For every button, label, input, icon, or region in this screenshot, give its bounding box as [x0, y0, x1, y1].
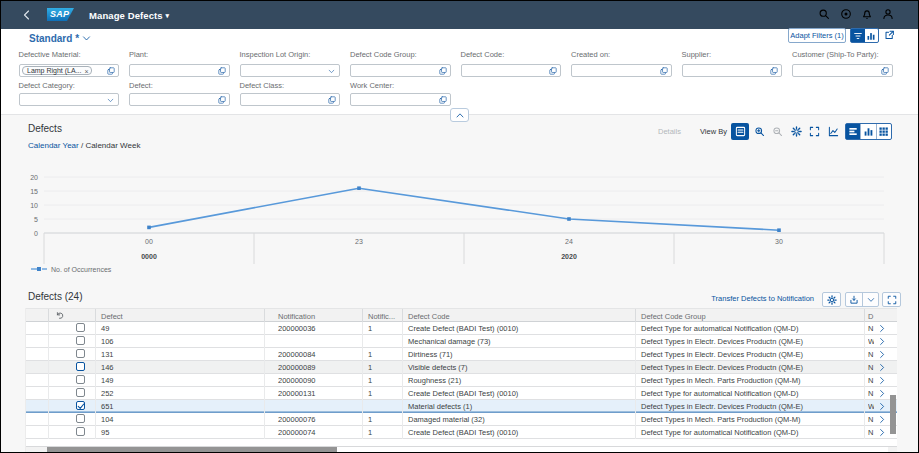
transfer-defects-link[interactable]: Transfer Defects to Notification — [711, 294, 814, 303]
row-navigate-icon[interactable] — [878, 350, 887, 359]
col-header-defect[interactable]: Defect — [101, 312, 123, 321]
variant-selector[interactable]: Standard * — [29, 33, 91, 44]
vh-icon — [107, 67, 115, 75]
back-button[interactable] — [21, 9, 33, 21]
cell-defect: 104 — [101, 415, 114, 424]
copilot-icon[interactable] — [840, 8, 852, 20]
row-checkbox[interactable] — [76, 388, 85, 397]
adapt-filters-button[interactable]: Adapt Filters (1) — [788, 28, 846, 43]
filter-input-2-0[interactable] — [19, 93, 120, 106]
table-export-button — [845, 292, 879, 307]
filter-input-1-2[interactable] — [240, 64, 341, 77]
row-navigate-icon[interactable] — [878, 389, 887, 398]
row-navigate-icon[interactable] — [878, 402, 887, 411]
cell-defect: 95 — [101, 428, 109, 437]
table-row[interactable]: 146 200000089 1 Visible defects (7) Defe… — [26, 361, 897, 374]
vh-icon — [218, 67, 226, 75]
filter-label-1-7: Customer (Ship-To Party): — [792, 50, 879, 59]
row-checkbox[interactable] — [76, 362, 85, 371]
filter-input-1-7[interactable] — [792, 64, 893, 77]
user-avatar-icon[interactable] — [882, 8, 894, 20]
svg-text:10: 10 — [30, 202, 38, 209]
cell-defect-code-group: Defect Types in Mech. Parts Production (… — [641, 415, 801, 424]
cell-notification: 200000036 — [278, 324, 316, 333]
vertical-scrollbar-thumb[interactable] — [890, 395, 896, 434]
filter-input-2-2[interactable] — [240, 93, 341, 106]
row-checkbox[interactable] — [76, 414, 85, 423]
filter-token[interactable]: Lamp Right (LA...× — [22, 66, 92, 75]
filter-input-1-0[interactable]: Lamp Right (LA...× — [19, 64, 120, 77]
cell-notification: 200000074 — [278, 428, 316, 437]
table-row[interactable]: 49 200000036 1 Create Defect (BADI Test)… — [26, 322, 897, 335]
cell-d: N — [868, 363, 874, 372]
search-icon — [818, 8, 830, 20]
table-row[interactable]: 106 Mechanical damage (73) Defect Types … — [26, 335, 897, 348]
cell-defect-code-group: Defect Types in Mech. Parts Production (… — [641, 376, 801, 385]
table-row[interactable]: 252 200000131 1 Create Defect (BADI Test… — [26, 387, 897, 400]
horizontal-scrollbar — [26, 447, 897, 453]
row-navigate-icon[interactable] — [878, 337, 887, 346]
row-checkbox[interactable] — [76, 427, 85, 436]
filter-input-1-5[interactable] — [571, 64, 672, 77]
cell-defect: 106 — [101, 337, 114, 346]
export-dropdown-icon[interactable] — [862, 293, 878, 306]
cell-defect: 252 — [101, 389, 114, 398]
cell-defect-code-group: Defect Types in Electr. Devices Productn… — [641, 350, 803, 359]
row-navigate-icon[interactable] — [878, 415, 887, 424]
chevL-icon — [21, 9, 33, 21]
table-empty-row — [26, 439, 897, 448]
shell-bar: SAP Manage Defects ▾ — [1, 1, 918, 29]
table-settings-gear-button[interactable] — [822, 292, 841, 307]
cell-defect-code-group: Defect Type for automatical Notification… — [641, 428, 798, 437]
svg-text:20: 20 — [30, 174, 38, 181]
cell-defect-code: Create Defect (BADI Test) (0010) — [408, 389, 518, 398]
row-navigate-icon[interactable] — [878, 428, 887, 437]
filter-input-2-1[interactable] — [129, 93, 230, 106]
col-header-defect-code-group[interactable]: Defect Code Group — [641, 312, 706, 321]
filter-input-1-3[interactable] — [350, 64, 451, 77]
export-icon — [849, 295, 859, 305]
line-chart[interactable]: 201510500023243000002020No. of Occurrenc… — [1, 117, 919, 281]
token-remove-icon[interactable]: × — [84, 68, 88, 76]
row-checkbox[interactable] — [76, 336, 85, 345]
filter-input-1-6[interactable] — [682, 64, 783, 77]
filter-input-1-1[interactable] — [129, 64, 230, 77]
row-navigate-icon[interactable] — [878, 376, 887, 385]
table-row[interactable]: 131 200000084 1 Dirtiness (71) Defect Ty… — [26, 348, 897, 361]
col-header-notification[interactable]: Notification — [278, 312, 315, 321]
horizontal-scrollbar-thumb[interactable] — [47, 447, 337, 453]
svg-text:0000: 0000 — [141, 253, 157, 260]
cell-defect-code: Dirtiness (71) — [408, 350, 453, 359]
row-navigate-icon[interactable] — [878, 324, 887, 333]
table-row[interactable]: 95 200000074 1 Create Defect (BADI Test)… — [26, 426, 897, 439]
row-navigate-icon[interactable] — [878, 363, 887, 372]
share-icon[interactable] — [884, 29, 896, 42]
row-checkbox[interactable] — [76, 349, 85, 358]
table-fullscreen-button[interactable] — [882, 292, 901, 307]
notifications-bell-icon[interactable] — [861, 8, 873, 20]
table-row[interactable]: 149 200000090 1 Roughness (21) Defect Ty… — [26, 374, 897, 387]
export-icon[interactable] — [846, 293, 862, 306]
show-chart-button[interactable] — [865, 29, 879, 42]
undo-icon — [55, 311, 64, 320]
row-checkbox[interactable] — [76, 323, 85, 332]
show-filterbar-button[interactable] — [851, 29, 865, 42]
sap-logo: SAP — [47, 8, 74, 21]
col-header-defect-code[interactable]: Defect Code — [408, 312, 450, 321]
cell-count: 1 — [368, 363, 372, 372]
table-row[interactable]: 104 200000076 1 Damaged material (32) De… — [26, 413, 897, 426]
app-title[interactable]: Manage Defects ▾ — [89, 10, 169, 21]
filter-input-1-4[interactable] — [461, 64, 562, 77]
col-header-notific-count[interactable]: Notific... — [368, 312, 395, 321]
filter-input-2-3[interactable] — [350, 93, 451, 106]
table-row[interactable]: 651 Material defects (1) Defect Types in… — [26, 400, 897, 413]
search-icon[interactable] — [818, 8, 830, 20]
filter-label-1-2: Inspection Lot Origin: — [240, 50, 311, 59]
vh-icon — [328, 96, 336, 104]
cell-defect-code-group: Defect Types in Electr. Devices Productn… — [641, 337, 803, 346]
cell-defect-code: Damaged material (32) — [408, 415, 485, 424]
cell-d: W — [868, 402, 874, 411]
row-checkbox[interactable] — [76, 375, 85, 384]
row-checkbox[interactable] — [76, 401, 85, 410]
col-header-d[interactable]: D — [868, 312, 873, 321]
